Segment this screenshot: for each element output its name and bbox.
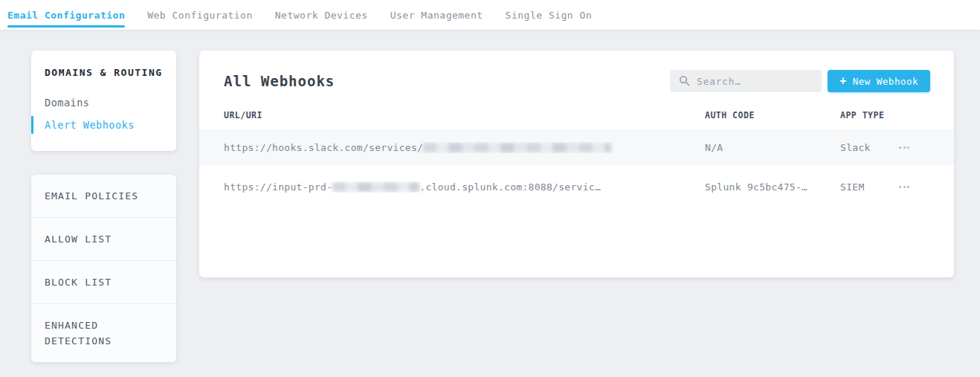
webhooks-panel: All Webhooks + New Webhook URL/URI AU — [199, 51, 954, 277]
webhook-url: https://hooks.slack.com/services/ — [224, 142, 705, 153]
ellipsis-icon — [907, 146, 909, 149]
new-webhook-button-label: New Webhook — [853, 76, 918, 87]
page-title: All Webhooks — [224, 73, 335, 89]
webhook-url-text: .cloud.splunk.com:8088/servic… — [419, 181, 601, 193]
ellipsis-icon — [899, 146, 901, 149]
webhooks-table: URL/URI AUTH CODE APP TYPE https://hooks… — [199, 110, 954, 208]
page-content: DOMAINS & ROUTING Domains Alert Webhooks… — [0, 30, 980, 362]
ellipsis-icon — [903, 146, 906, 149]
row-menu-button[interactable] — [897, 142, 915, 153]
column-header-url-uri: URL/URI — [224, 110, 705, 120]
plus-icon: + — [839, 76, 847, 87]
ellipsis-icon — [907, 186, 909, 188]
webhook-app-type: Slack — [840, 142, 897, 153]
sidebar-item-alert-webhooks[interactable]: Alert Webhooks — [45, 114, 163, 136]
webhook-url: https://input-prd-.cloud.splunk.com:8088… — [224, 181, 705, 193]
sidebar: DOMAINS & ROUTING Domains Alert Webhooks… — [31, 51, 176, 362]
panel-controls: + New Webhook — [670, 70, 930, 92]
top-navigation: Email Configuration Web Configuration Ne… — [0, 0, 980, 30]
sidebar-item-block-list[interactable]: BLOCK LIST — [31, 261, 176, 304]
sidebar-item-label: BLOCK LIST — [45, 274, 156, 290]
column-header-app-type: APP TYPE — [840, 110, 897, 120]
table-header-row: URL/URI AUTH CODE APP TYPE — [199, 110, 954, 129]
sidebar-item-email-policies[interactable]: EMAIL POLICIES — [31, 175, 176, 218]
tab-single-sign-on[interactable]: Single Sign On — [506, 0, 593, 30]
webhook-auth-code: Splunk 9c5bc475-… — [705, 181, 840, 193]
sidebar-item-label: EMAIL POLICIES — [45, 188, 156, 204]
tab-web-configuration[interactable]: Web Configuration — [147, 0, 253, 30]
webhook-app-type: SIEM — [840, 181, 897, 193]
sidebar-item-label: ALLOW LIST — [45, 231, 156, 247]
column-header-auth-code: AUTH CODE — [705, 110, 840, 120]
webhook-url-text: https://hooks.slack.com/services/ — [224, 142, 423, 153]
ellipsis-icon — [903, 186, 906, 188]
sidebar-sections-card: EMAIL POLICIES ALLOW LIST BLOCK LIST ENH… — [31, 175, 176, 362]
sidebar-domains-routing-card: DOMAINS & ROUTING Domains Alert Webhooks — [31, 51, 176, 151]
new-webhook-button[interactable]: + New Webhook — [828, 70, 930, 92]
panel-header: All Webhooks + New Webhook — [199, 51, 954, 92]
search-input[interactable] — [670, 70, 822, 92]
webhook-url-text: https://input-prd- — [224, 181, 332, 193]
sidebar-item-domains[interactable]: Domains — [45, 91, 163, 114]
table-row[interactable]: https://hooks.slack.com/services/ N/A Sl… — [199, 129, 954, 165]
webhook-auth-code: N/A — [705, 142, 840, 153]
table-row[interactable]: https://input-prd-.cloud.splunk.com:8088… — [199, 165, 954, 208]
sidebar-item-allow-list[interactable]: ALLOW LIST — [31, 218, 176, 261]
sidebar-item-enhanced-detections[interactable]: ENHANCED DETECTIONS — [31, 304, 176, 362]
redacted-blur — [423, 143, 611, 152]
search-box — [670, 70, 822, 92]
row-menu-button[interactable] — [897, 181, 915, 193]
tab-network-devices[interactable]: Network Devices — [275, 0, 368, 30]
redacted-blur — [332, 182, 419, 192]
tab-email-configuration[interactable]: Email Configuration — [7, 0, 125, 30]
ellipsis-icon — [899, 186, 901, 188]
sidebar-item-label: ENHANCED DETECTIONS — [45, 318, 156, 349]
tab-user-management[interactable]: User Management — [390, 0, 483, 30]
sidebar-section-header: DOMAINS & ROUTING — [45, 67, 163, 78]
